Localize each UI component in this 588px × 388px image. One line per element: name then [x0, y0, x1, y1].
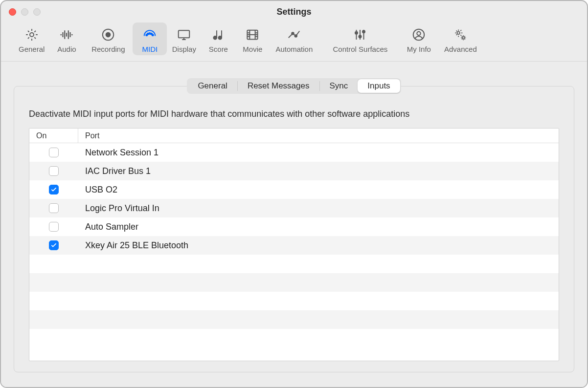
table-row-empty — [29, 255, 559, 273]
toolbar-tab-label: Advanced — [444, 45, 477, 53]
toolbar-tab-label: Display — [172, 45, 196, 53]
midi-icon — [141, 26, 158, 43]
cell-port: Network Session 1 — [78, 148, 559, 158]
table-row-empty — [29, 273, 559, 292]
toolbar-tab-general[interactable]: General — [14, 22, 49, 55]
cell-on — [29, 148, 78, 157]
subtab-label: Sync — [330, 81, 348, 91]
header-label: Port — [85, 131, 99, 140]
automation-icon — [286, 26, 302, 43]
inputs-panel: Deactivate MIDI input ports for MIDI har… — [14, 86, 574, 372]
column-header-port[interactable]: Port — [78, 131, 99, 140]
toolbar-tab-display[interactable]: Display — [167, 22, 201, 55]
subtab-reset-messages[interactable]: Reset Messages — [238, 79, 319, 93]
person-circle-icon — [410, 26, 427, 43]
on-checkbox[interactable] — [49, 222, 59, 232]
column-header-on[interactable]: On — [29, 129, 78, 143]
svg-point-19 — [457, 32, 460, 35]
svg-point-14 — [355, 32, 358, 34]
subtab-label: Reset Messages — [248, 81, 310, 91]
titlebar: Settings — [1, 1, 587, 22]
film-icon — [244, 26, 261, 43]
toolbar-tab-score[interactable]: Score — [201, 22, 235, 55]
subtab-general[interactable]: General — [188, 79, 237, 93]
toolbar-tab-label: Audio — [57, 45, 76, 53]
cell-port: Auto Sampler — [78, 222, 559, 232]
display-icon — [176, 26, 192, 43]
traffic-lights — [9, 8, 41, 16]
window-title: Settings — [1, 7, 587, 17]
svg-point-15 — [359, 35, 362, 38]
cell-port: IAC Driver Bus 1 — [78, 166, 559, 176]
subtab-label: General — [198, 81, 227, 91]
content-area: General Reset Messages Sync Inputs Deact… — [1, 62, 587, 387]
svg-point-7 — [151, 33, 152, 35]
toolbar-tab-automation[interactable]: Automation — [270, 22, 318, 55]
svg-point-12 — [292, 32, 294, 35]
table-row-empty — [29, 329, 559, 347]
toolbar-tab-recording[interactable]: Recording — [84, 22, 133, 55]
header-label: On — [36, 131, 46, 140]
toolbar-tab-label: Control Surfaces — [333, 45, 388, 53]
table-body: Network Session 1IAC Driver Bus 1USB O2L… — [29, 143, 559, 361]
on-checkbox[interactable] — [49, 166, 59, 176]
svg-point-18 — [417, 32, 421, 36]
subtab-inputs[interactable]: Inputs — [358, 79, 400, 93]
preferences-toolbar: General Audio Recording — [1, 22, 587, 62]
music-notes-icon — [210, 26, 226, 43]
table-row[interactable]: IAC Driver Bus 1 — [29, 162, 559, 180]
on-checkbox[interactable] — [49, 148, 59, 157]
cell-on — [29, 203, 78, 213]
gear-icon — [23, 26, 40, 43]
sliders-icon — [352, 26, 368, 43]
gears-icon — [452, 26, 469, 43]
cell-port: Logic Pro Virtual In — [78, 203, 559, 214]
midi-subtabs: General Reset Messages Sync Inputs — [187, 78, 401, 94]
toolbar-tab-label: Score — [209, 45, 228, 53]
toolbar-tab-label: General — [19, 45, 45, 53]
on-checkbox[interactable] — [49, 240, 59, 250]
toolbar-tab-label: MIDI — [142, 45, 158, 53]
subtab-sync[interactable]: Sync — [320, 79, 358, 93]
svg-point-13 — [295, 35, 297, 37]
waveform-icon — [58, 26, 75, 43]
toolbar-tab-audio[interactable]: Audio — [49, 22, 84, 55]
svg-rect-8 — [179, 30, 190, 38]
on-checkbox[interactable] — [49, 203, 59, 213]
toolbar-tab-label: My Info — [407, 45, 431, 53]
midi-inputs-table: On Port Network Session 1IAC Driver Bus … — [29, 128, 559, 361]
cell-port: USB O2 — [78, 185, 559, 195]
instruction-text: Deactivate MIDI input ports for MIDI har… — [29, 109, 559, 119]
table-row[interactable]: Xkey Air 25 BLE Bluetooth — [29, 236, 559, 255]
subtab-label: Inputs — [367, 81, 390, 91]
table-header: On Port — [29, 129, 559, 143]
cell-on — [29, 222, 78, 232]
toolbar-tab-control-surfaces[interactable]: Control Surfaces — [318, 22, 402, 55]
toolbar-tab-movie[interactable]: Movie — [235, 22, 270, 55]
svg-point-0 — [30, 33, 34, 37]
toolbar-tab-label: Movie — [243, 45, 262, 53]
window-zoom-button[interactable] — [33, 8, 41, 16]
svg-point-2 — [106, 33, 111, 37]
cell-on — [29, 166, 78, 176]
cell-on — [29, 240, 78, 250]
cell-on — [29, 185, 78, 194]
toolbar-tab-midi[interactable]: MIDI — [133, 22, 167, 55]
table-row-empty — [29, 310, 559, 329]
record-icon — [100, 26, 116, 43]
table-row[interactable]: USB O2 — [29, 180, 559, 199]
svg-point-6 — [147, 33, 149, 35]
toolbar-tab-advanced[interactable]: Advanced — [436, 22, 485, 55]
svg-point-16 — [362, 30, 365, 33]
table-row[interactable]: Network Session 1 — [29, 143, 559, 162]
table-row[interactable]: Auto Sampler — [29, 217, 559, 236]
toolbar-tab-my-info[interactable]: My Info — [402, 22, 436, 55]
table-row[interactable]: Logic Pro Virtual In — [29, 199, 559, 217]
on-checkbox[interactable] — [49, 185, 59, 194]
settings-window: Settings General Audio — [0, 0, 588, 388]
window-close-button[interactable] — [9, 8, 16, 16]
window-minimize-button[interactable] — [21, 8, 28, 16]
toolbar-tab-label: Recording — [91, 45, 125, 53]
cell-port: Xkey Air 25 BLE Bluetooth — [78, 240, 559, 251]
table-row-empty — [29, 292, 559, 310]
